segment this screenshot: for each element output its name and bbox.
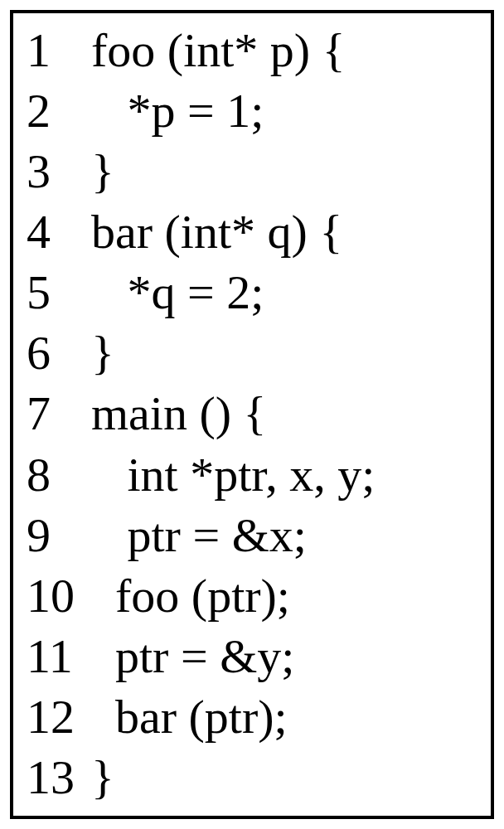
- code-content: ptr = &x;: [91, 505, 307, 565]
- code-line: 4 bar (int* q) {: [27, 201, 477, 262]
- line-number: 1: [27, 20, 91, 80]
- code-content: bar (ptr);: [91, 686, 288, 747]
- code-listing-container: 1 foo (int* p) { 2 *p = 1; 3 } 4 bar (in…: [10, 10, 494, 819]
- code-line: 2 *p = 1;: [27, 80, 477, 141]
- code-line: 13 }: [27, 747, 477, 807]
- code-line: 6 }: [27, 322, 477, 383]
- code-line: 5 *q = 2;: [27, 262, 477, 322]
- line-number: 6: [27, 322, 91, 383]
- code-content: }: [91, 141, 114, 201]
- line-number: 2: [27, 80, 91, 141]
- line-number: 11: [27, 626, 91, 686]
- code-content: *q = 2;: [91, 262, 264, 322]
- code-line: 12 bar (ptr);: [27, 686, 477, 747]
- line-number: 13: [27, 747, 91, 807]
- line-number: 8: [27, 444, 91, 505]
- code-line: 7 main () {: [27, 383, 477, 444]
- line-number: 4: [27, 201, 91, 262]
- code-content: int *ptr, x, y;: [91, 444, 375, 505]
- code-line: 10 foo (ptr);: [27, 565, 477, 626]
- code-line: 9 ptr = &x;: [27, 505, 477, 565]
- line-number: 3: [27, 141, 91, 201]
- code-line: 3 }: [27, 141, 477, 201]
- line-number: 12: [27, 686, 91, 747]
- line-number: 7: [27, 383, 91, 444]
- code-line: 8 int *ptr, x, y;: [27, 444, 477, 505]
- code-line: 11 ptr = &y;: [27, 626, 477, 686]
- line-number: 9: [27, 505, 91, 565]
- code-line: 1 foo (int* p) {: [27, 20, 477, 80]
- code-content: *p = 1;: [91, 80, 264, 141]
- code-content: ptr = &y;: [91, 626, 294, 686]
- code-content: }: [91, 322, 114, 383]
- code-content: foo (int* p) {: [91, 20, 346, 80]
- code-content: }: [91, 747, 114, 807]
- line-number: 10: [27, 565, 91, 626]
- line-number: 5: [27, 262, 91, 322]
- code-content: bar (int* q) {: [91, 201, 342, 262]
- code-content: main () {: [91, 383, 266, 444]
- code-content: foo (ptr);: [91, 565, 290, 626]
